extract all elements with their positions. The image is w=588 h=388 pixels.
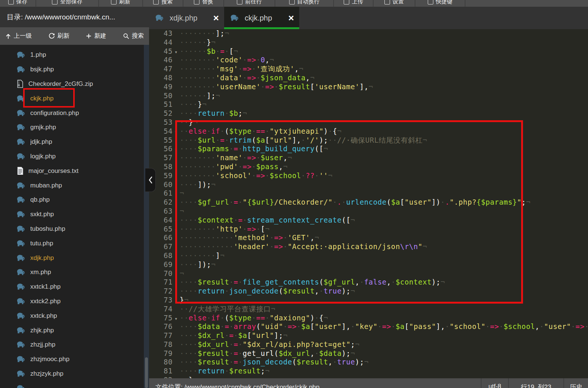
code-line-48[interactable]: 48········'data'·=>·$json_data,¬: [149, 74, 588, 83]
code-line-82[interactable]: 82··}¬: [149, 376, 588, 378]
file-item-tutu.php[interactable]: tutu.php: [0, 236, 144, 251]
code-line-43[interactable]: 43········];¬: [149, 29, 588, 38]
code-line-50[interactable]: 50······];¬: [149, 91, 588, 100]
fold-arrow-icon[interactable]: ▾: [173, 226, 180, 235]
code-line-53[interactable]: 53··}¬: [149, 118, 588, 127]
tab-ckjk.php[interactable]: ckjk.php×: [224, 7, 299, 29]
code-line-74[interactable]: 74··//大雄学习平台查课接口¬: [149, 305, 588, 314]
code-text: ··}¬: [180, 376, 198, 378]
code-line-72[interactable]: 72····return·json_decode($result,·true);…: [149, 287, 588, 296]
file-item-Checkorder_2cGfG.zip[interactable]: Checkorder_2cGfG.zip: [0, 77, 144, 91]
file-item-clipped[interactable]: [0, 381, 144, 388]
line-number: 80: [149, 358, 173, 367]
code-text: ··else·if·($type·==·"ytxjuheapi")·{¬: [180, 127, 341, 135]
action-new[interactable]: 新建: [86, 32, 106, 40]
fold-arrow-icon[interactable]: ▾: [173, 314, 180, 323]
toolbar-item-word-wrap[interactable]: 自动换行: [275, 0, 334, 7]
file-name: sxkt.php: [30, 211, 54, 218]
code-line-63[interactable]: 63¬: [149, 207, 588, 216]
action-search[interactable]: 搜索: [123, 32, 144, 40]
code-line-79[interactable]: 79····$result·=·get_url($dx_url,·$data);…: [149, 349, 588, 358]
file-name: tuboshu.php: [30, 225, 65, 233]
file-item-ckjk.php[interactable]: ckjk.php: [0, 91, 144, 106]
fold-arrow-icon[interactable]: ▾: [173, 217, 180, 226]
toolbar-item-save-all[interactable]: 全部保存: [36, 0, 99, 7]
file-item-configuration.php[interactable]: configuration.php: [0, 106, 144, 120]
code-line-65[interactable]: 65▾········'http'·=>·[¬: [149, 225, 588, 234]
toolbar-item-refresh[interactable]: 刷新: [99, 0, 143, 7]
code-line-61[interactable]: 61¬: [149, 189, 588, 198]
file-item-sxkt.php[interactable]: sxkt.php: [0, 207, 144, 222]
file-item-bsjk.php[interactable]: bsjk.php: [0, 62, 144, 77]
file-item-gmjk.php[interactable]: gmjk.php: [0, 120, 144, 135]
code-line-59[interactable]: 59········'school'·=>·$school·??·''¬: [149, 171, 588, 180]
code-line-73[interactable]: 73}¬: [149, 296, 588, 305]
sidebar-scrollbar-thumb[interactable]: [145, 357, 148, 388]
file-item-muban.php[interactable]: muban.php: [0, 178, 144, 193]
sidebar-collapse-button[interactable]: [145, 168, 156, 192]
file-item-xdjk.php[interactable]: xdjk.php: [0, 251, 144, 265]
code-line-62[interactable]: 62····$gf_url·=·"{$url}/Checkorder/"·.·u…: [149, 198, 588, 207]
toolbar-item-settings[interactable]: 设置: [374, 0, 415, 7]
status-right-group: utf-8行19, 列23历史: [481, 378, 588, 388]
toolbar-item-upload[interactable]: 上传: [334, 0, 374, 7]
file-item-xm.php[interactable]: xm.php: [0, 265, 144, 280]
file-item-zhzjzyk.php[interactable]: zhzjzyk.php: [0, 367, 144, 381]
code-line-52[interactable]: 52····return·$b;¬: [149, 109, 588, 118]
code-line-69[interactable]: 69····]);¬: [149, 260, 588, 269]
code-line-68[interactable]: 68········]¬: [149, 251, 588, 260]
code-line-55[interactable]: 55····$url·=·rtrim($a["url"],·'/');··//·…: [149, 136, 588, 145]
code-line-76[interactable]: 76····$data·=·array("uid"·=>·$a["user"],…: [149, 322, 588, 331]
action-refresh[interactable]: 刷新: [49, 32, 69, 40]
action-parent[interactable]: 上一级: [5, 32, 32, 40]
sidebar-divider[interactable]: [144, 45, 149, 388]
code-line-78[interactable]: 78····$dx_url·=·"$dx_rl/api.php?act=get"…: [149, 340, 588, 349]
toolbar-item-shortcuts[interactable]: 快捷键: [415, 0, 465, 7]
file-item-jdjk.php[interactable]: jdjk.php: [0, 135, 144, 149]
code-line-46[interactable]: 46········'code'·=>·0,¬: [149, 56, 588, 65]
file-item-qb.php[interactable]: qb.php: [0, 193, 144, 207]
code-line-56[interactable]: 56▾····$params·=·http_build_query([¬: [149, 145, 588, 153]
code-line-81[interactable]: 81····return·$result;¬: [149, 367, 588, 376]
file-item-zhzjj.php[interactable]: zhzjj.php: [0, 338, 144, 352]
tab-xdjk.php[interactable]: xdjk.php×: [149, 7, 224, 29]
toolbar-item-goto-line[interactable]: 前往行: [224, 0, 275, 7]
code-line-45[interactable]: 45▾······$b·=·[¬: [149, 47, 588, 56]
fold-arrow-icon[interactable]: ▾: [173, 48, 180, 57]
file-item-1.php[interactable]: 1.php: [0, 48, 144, 62]
code-line-58[interactable]: 58········'pwd'·=>·$pass,¬: [149, 162, 588, 171]
code-line-66[interactable]: 66············'method'·=>·'GET',¬: [149, 233, 588, 242]
file-item-zhzjmooc.php[interactable]: zhzjmooc.php: [0, 352, 144, 367]
close-icon[interactable]: ×: [213, 13, 219, 23]
code-line-64[interactable]: 64▾····$context·=·stream_context_create(…: [149, 216, 588, 225]
code-line-51[interactable]: 51····}¬: [149, 100, 588, 109]
code-line-77[interactable]: 77····$dx_rl·=·$a["url"];¬: [149, 331, 588, 340]
code-editor[interactable]: 43········];¬44······}¬45▾······$b·=·[¬4…: [149, 29, 588, 378]
file-item-major_courses.txt[interactable]: major_courses.txt: [0, 164, 144, 178]
code-line-75[interactable]: 75▾··else·if·($type·==·"daxiong")·{¬: [149, 314, 588, 323]
toolbar-item-save[interactable]: 保存: [0, 0, 36, 7]
code-line-60[interactable]: 60····]);¬: [149, 180, 588, 189]
file-item-tuboshu.php[interactable]: tuboshu.php: [0, 222, 144, 236]
code-line-71[interactable]: 71····$result·=·file_get_contents($gf_ur…: [149, 278, 588, 287]
file-item-xxtck1.php[interactable]: xxtck1.php: [0, 280, 144, 294]
file-item-zhjk.php[interactable]: zhjk.php: [0, 323, 144, 338]
close-icon[interactable]: ×: [288, 13, 294, 23]
file-item-xxtck.php[interactable]: xxtck.php: [0, 308, 144, 323]
code-line-47[interactable]: 47········'msg'·=>·'查询成功',¬: [149, 65, 588, 74]
status-history-button[interactable]: 历史: [563, 378, 588, 388]
fold-arrow-icon[interactable]: ▾: [173, 145, 180, 154]
code-line-80[interactable]: 80····$result·=·json_decode($result,·tru…: [149, 358, 588, 367]
code-line-57[interactable]: 57········'name'·=>·$user,¬: [149, 153, 588, 162]
code-line-70[interactable]: 70¬: [149, 269, 588, 278]
directory-path-bar[interactable]: 目录: /www/wwwroot/cnmbwk.cn...: [0, 7, 149, 27]
code-line-44[interactable]: 44······}¬: [149, 38, 588, 47]
fold-arrow-icon[interactable]: ▾: [173, 128, 180, 137]
file-item-xxtck2.php[interactable]: xxtck2.php: [0, 294, 144, 309]
file-item-logjk.php[interactable]: logjk.php: [0, 149, 144, 164]
toolbar-item-replace[interactable]: 替换: [183, 0, 224, 7]
code-line-67[interactable]: 67············'header'·=>·"Accept:·appli…: [149, 242, 588, 251]
toolbar-item-search[interactable]: 搜索: [143, 0, 183, 7]
code-line-49[interactable]: 49········'userName'·=>·$result['userNam…: [149, 83, 588, 91]
code-line-54[interactable]: 54▾··else·if·($type·==·"ytxjuheapi")·{¬: [149, 127, 588, 136]
